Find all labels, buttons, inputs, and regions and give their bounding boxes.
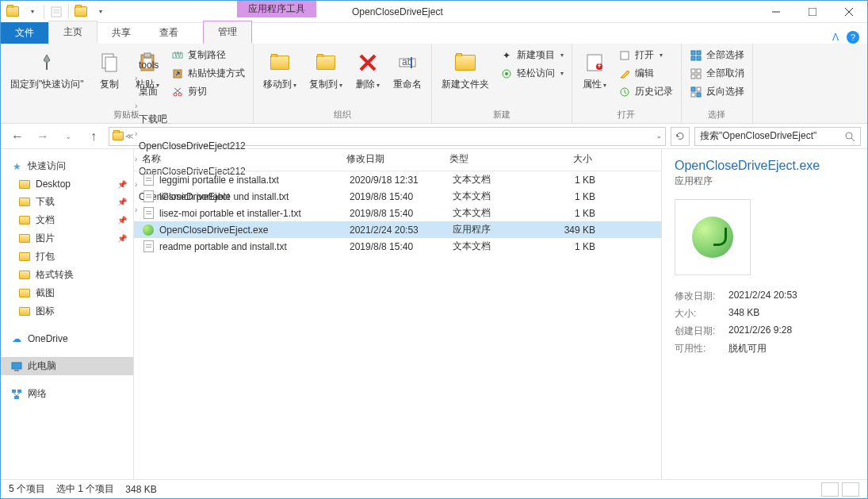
recent-dropdown[interactable]: ⌄ [58, 126, 78, 147]
history-button[interactable]: 历史记录 [615, 83, 676, 100]
file-row[interactable]: lisez-moi portable et installer-1.txt201… [134, 205, 661, 221]
qat-dropdown[interactable]: ▾ [23, 3, 40, 21]
status-count: 5 个项目 [9, 482, 45, 496]
chevron-right-icon[interactable]: › [135, 129, 137, 138]
breadcrumb-item[interactable]: tools [135, 58, 250, 72]
sidebar-this-pc[interactable]: 此电脑 [1, 357, 133, 375]
pc-icon [10, 360, 23, 373]
context-tab-label: 应用程序工具 [237, 1, 316, 17]
window-title: OpenCloseDriveEject [316, 1, 758, 22]
invert-selection-button[interactable]: 反向选择 [686, 83, 748, 100]
sidebar-network[interactable]: 网络 [1, 385, 133, 403]
new-item-button[interactable]: ✦新建项目▾ [497, 47, 567, 63]
collapse-ribbon-icon[interactable]: ᐱ [832, 32, 839, 43]
file-row[interactable]: OpenCloseDriveEject.exe2021/2/24 20:53应用… [134, 221, 661, 238]
address-row: ← → ⌄ ↑ ≪ tools›桌面›下载吧›OpenCloseDriveEje… [1, 124, 867, 149]
svg-rect-11 [144, 53, 151, 57]
breadcrumb-item[interactable]: 下载吧 [135, 111, 250, 128]
file-row[interactable]: leggimi portatile e installa.txt2020/9/1… [134, 171, 661, 188]
ribbon-tabs: 文件 主页 共享 查看 管理 ᐱ ? [1, 23, 867, 44]
sidebar-item[interactable]: Desktop📌 [1, 175, 133, 193]
sidebar-item[interactable]: 下载📌 [1, 193, 133, 211]
file-list: 名称 修改日期 类型 大小 leggimi portatile e instal… [134, 149, 661, 479]
back-button[interactable]: ← [7, 126, 28, 147]
properties-button[interactable]: 属性▾ [577, 47, 612, 94]
tab-file[interactable]: 文件 [1, 22, 48, 44]
refresh-button[interactable] [671, 127, 690, 146]
edit-button[interactable]: 编辑 [615, 65, 676, 82]
sidebar-item[interactable]: 格式转换 [1, 266, 133, 284]
help-icon[interactable]: ? [847, 31, 859, 44]
svg-rect-48 [14, 370, 19, 371]
group-select-label: 选择 [686, 107, 748, 123]
details-property: 大小:348 KB [675, 307, 855, 321]
open-icon [618, 49, 631, 62]
edit-icon [618, 67, 631, 80]
forward-button[interactable]: → [33, 126, 53, 147]
qat-chevron[interactable]: ▾ [91, 3, 109, 21]
copy-to-button[interactable]: 复制到▾ [304, 47, 347, 94]
sidebar-item[interactable]: 截图 [1, 284, 133, 302]
tab-share[interactable]: 共享 [98, 22, 145, 44]
file-row[interactable]: readme portable and install.txt2019/8/8 … [134, 238, 661, 255]
svg-rect-41 [691, 87, 695, 91]
sidebar-item[interactable]: 文档📌 [1, 211, 133, 229]
view-icons-button[interactable] [842, 482, 859, 497]
sidebar-quick-access[interactable]: ★快速访问 [1, 157, 133, 175]
details-pane: OpenCloseDriveEject.exe 应用程序 修改日期:2021/2… [661, 149, 867, 479]
status-selection: 选中 1 个项目 [56, 482, 114, 496]
details-property: 创建日期:2021/2/26 9:28 [675, 324, 855, 338]
minimize-button[interactable] [758, 1, 794, 23]
new-folder-button[interactable]: 新建文件夹 [437, 47, 494, 93]
breadcrumb-item[interactable]: 桌面 [135, 83, 250, 100]
sidebar-item[interactable]: 图标 [1, 302, 133, 321]
status-size: 348 KB [125, 484, 156, 495]
properties-icon[interactable] [48, 3, 65, 21]
details-property: 修改日期:2021/2/24 20:53 [675, 290, 855, 303]
search-input[interactable]: 搜索"OpenCloseDriveEject" [694, 127, 861, 146]
col-size[interactable]: 大小 [537, 152, 592, 166]
chevron-right-icon[interactable]: › [135, 102, 137, 110]
sidebar-item[interactable]: 打包 [1, 248, 133, 266]
folder-icon [18, 305, 31, 318]
column-headers[interactable]: 名称 修改日期 类型 大小 [134, 149, 661, 171]
file-row[interactable]: liesmich portable und install.txt2019/8/… [134, 188, 661, 205]
sidebar-onedrive[interactable]: ☁OneDrive [1, 330, 133, 347]
main-area: ★快速访问 Desktop📌下载📌文档📌图片📌打包格式转换截图图标 ☁OneDr… [1, 149, 867, 479]
tab-view[interactable]: 查看 [145, 22, 193, 44]
delete-button[interactable]: 删除▾ [350, 47, 385, 94]
select-all-button[interactable]: 全部选择 [686, 47, 748, 63]
svg-rect-30 [598, 63, 599, 67]
col-date[interactable]: 修改日期 [346, 152, 449, 166]
copy-button[interactable]: 复制 [92, 47, 127, 93]
address-bar[interactable]: ≪ tools›桌面›下载吧›OpenCloseDriveEject212›Op… [109, 127, 666, 146]
tab-home[interactable]: 主页 [48, 21, 98, 44]
up-button[interactable]: ↑ [83, 126, 104, 147]
tab-manage[interactable]: 管理 [203, 21, 252, 44]
chevron-right-icon[interactable]: › [135, 74, 137, 83]
col-name[interactable]: 名称 [142, 152, 346, 166]
pin-icon [34, 50, 59, 75]
folder-icon [18, 269, 31, 282]
new-item-icon: ✦ [500, 49, 513, 62]
addr-dropdown-icon[interactable]: ⌄ [656, 132, 662, 140]
move-to-button[interactable]: 移动到▾ [258, 47, 301, 94]
close-button[interactable] [831, 1, 867, 23]
open-button[interactable]: 打开▾ [615, 47, 676, 63]
col-type[interactable]: 类型 [449, 152, 537, 166]
text-file-icon [142, 190, 155, 203]
view-details-button[interactable] [821, 482, 839, 497]
easy-access-button[interactable]: 轻松访问▾ [497, 65, 567, 82]
svg-rect-47 [12, 363, 21, 369]
rename-button[interactable]: ab重命名 [388, 47, 426, 93]
pin-quick-access-button[interactable]: 固定到"快速访问" [6, 47, 89, 93]
select-none-button[interactable]: 全部取消 [686, 65, 748, 82]
new-folder-icon[interactable] [72, 3, 90, 21]
sidebar-item[interactable]: 图片📌 [1, 229, 133, 248]
properties-icon [582, 50, 607, 75]
group-open-label: 打开 [577, 107, 676, 123]
folder-icon[interactable] [4, 3, 21, 21]
svg-rect-43 [691, 93, 695, 97]
maximize-button[interactable] [794, 1, 831, 23]
svg-rect-35 [691, 56, 695, 60]
